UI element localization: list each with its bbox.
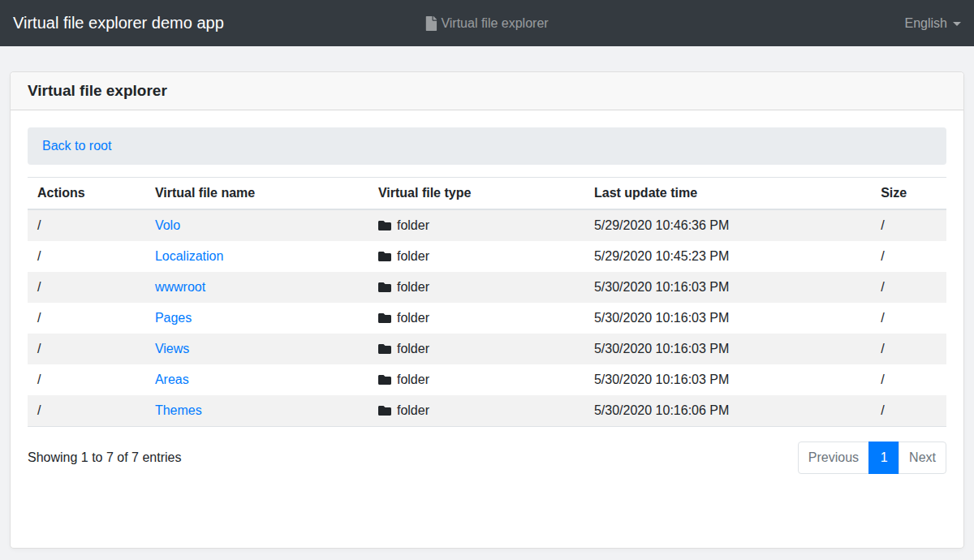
row-size: / [871, 395, 946, 427]
folder-icon [378, 312, 391, 325]
file-name-link[interactable]: Localization [155, 249, 224, 263]
caret-down-icon [953, 22, 961, 26]
file-type-label: folder [397, 342, 429, 356]
file-icon [425, 16, 437, 31]
file-type-label: folder [397, 280, 429, 295]
file-explorer-card: Virtual file explorer Back to root Actio… [10, 71, 964, 549]
column-header-size: Size [871, 178, 946, 210]
file-name-link[interactable]: Areas [155, 373, 189, 386]
table-row: /Localizationfolder5/29/2020 10:45:23 PM… [28, 241, 946, 272]
language-dropdown[interactable]: English [905, 16, 961, 31]
table-header-row: Actions Virtual file name Virtual file t… [28, 178, 946, 210]
pagination-page-1[interactable]: 1 [869, 442, 899, 474]
breadcrumb-bar: Back to root [28, 127, 946, 165]
file-name-link[interactable]: Views [155, 342, 189, 355]
pagination-next[interactable]: Next [899, 442, 946, 474]
pagination: Previous 1 Next [798, 442, 946, 474]
file-type-label: folder [397, 403, 429, 418]
row-actions: / [28, 395, 145, 427]
table-row: /Volofolder5/29/2020 10:46:36 PM/ [28, 209, 946, 241]
row-updated: 5/30/2020 10:16:03 PM [584, 334, 871, 364]
file-table: Actions Virtual file name Virtual file t… [28, 177, 946, 427]
row-actions: / [28, 334, 145, 364]
folder-icon [378, 373, 391, 386]
file-name-link[interactable]: Pages [155, 311, 192, 325]
table-footer: Showing 1 to 7 of 7 entries Previous 1 N… [28, 442, 946, 474]
table-row: /Themesfolder5/30/2020 10:16:06 PM/ [28, 395, 946, 427]
file-name-link[interactable]: wwwroot [155, 280, 205, 294]
language-label: English [905, 16, 947, 31]
file-name-link[interactable]: Themes [155, 403, 202, 417]
row-updated: 5/29/2020 10:46:36 PM [584, 209, 871, 241]
row-updated: 5/30/2020 10:16:03 PM [584, 272, 871, 303]
table-row: /wwwrootfolder5/30/2020 10:16:03 PM/ [28, 272, 946, 303]
table-row: /Areasfolder5/30/2020 10:16:03 PM/ [28, 364, 946, 395]
table-row: /Viewsfolder5/30/2020 10:16:03 PM/ [28, 334, 946, 364]
column-header-actions: Actions [28, 178, 145, 210]
previous-button[interactable]: Previous [798, 442, 869, 474]
file-type-label: folder [397, 373, 429, 387]
column-header-updated: Last update time [584, 178, 871, 210]
row-actions: / [28, 272, 145, 303]
row-actions: / [28, 303, 145, 334]
card-title: Virtual file explorer [11, 72, 963, 110]
card-body: Back to root Actions Virtual file name V… [11, 110, 963, 491]
row-updated: 5/29/2020 10:45:23 PM [584, 241, 871, 272]
row-size: / [871, 303, 946, 334]
navbar: Virtual file explorer demo app Virtual f… [0, 0, 974, 46]
row-actions: / [28, 241, 145, 272]
file-table-body: /Volofolder5/29/2020 10:46:36 PM//Locali… [28, 209, 946, 427]
entries-summary: Showing 1 to 7 of 7 entries [28, 450, 181, 465]
file-type-label: folder [397, 218, 429, 233]
row-updated: 5/30/2020 10:16:03 PM [584, 303, 871, 334]
folder-icon [378, 250, 391, 263]
next-button[interactable]: Next [899, 442, 946, 474]
row-size: / [871, 241, 946, 272]
folder-icon [378, 342, 391, 355]
row-updated: 5/30/2020 10:16:06 PM [584, 395, 871, 427]
row-size: / [871, 334, 946, 364]
nav-item-label: Virtual file explorer [441, 16, 548, 31]
navbar-brand[interactable]: Virtual file explorer demo app [13, 14, 224, 32]
page-1-button[interactable]: 1 [868, 442, 899, 474]
row-actions: / [28, 364, 145, 395]
folder-icon [378, 404, 391, 417]
row-actions: / [28, 209, 145, 241]
file-type-label: folder [397, 249, 429, 264]
pagination-previous[interactable]: Previous [798, 442, 869, 474]
row-size: / [871, 209, 946, 241]
table-row: /Pagesfolder5/30/2020 10:16:03 PM/ [28, 303, 946, 334]
column-header-type: Virtual file type [368, 178, 584, 210]
file-type-label: folder [397, 311, 429, 325]
file-name-link[interactable]: Volo [155, 218, 180, 232]
nav-item-virtual-file-explorer[interactable]: Virtual file explorer [425, 16, 548, 31]
back-to-root-link[interactable]: Back to root [42, 139, 111, 153]
folder-icon [378, 219, 391, 232]
folder-icon [378, 281, 391, 294]
row-size: / [871, 364, 946, 395]
row-updated: 5/30/2020 10:16:03 PM [584, 364, 871, 395]
column-header-name: Virtual file name [145, 178, 368, 210]
row-size: / [871, 272, 946, 303]
